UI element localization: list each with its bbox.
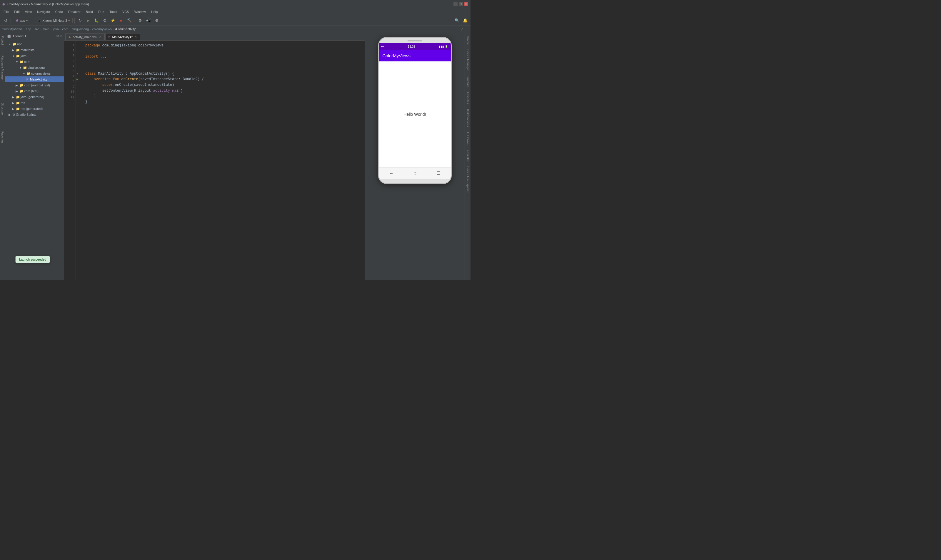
phone-home-button[interactable]: ○ — [414, 171, 417, 176]
run-config-selector[interactable]: ⬟ app ▾ — [12, 18, 31, 23]
breadcrumb-mainactivity[interactable]: ◆ MainActivity — [115, 27, 136, 31]
checkmark-icon: ✓ — [460, 26, 464, 32]
expand-icon: ▶ — [11, 102, 15, 105]
title-bar: ◆ ColorMyViews - MainActivity.kt [ColorM… — [0, 0, 470, 8]
stop-button[interactable]: ■ — [118, 17, 125, 24]
resource-manager-label[interactable]: Resource Manager — [0, 54, 5, 82]
breadcrumb-app[interactable]: app — [26, 27, 31, 31]
device-manager-label[interactable]: Device Manager — [466, 47, 470, 73]
tree-gradle-scripts[interactable]: ▶ ⚙ Gradle Scripts — [5, 112, 64, 117]
sidebar-settings[interactable]: ⚙ — [56, 34, 59, 38]
phone-icons: ▮▮▮ 🔋 — [439, 45, 449, 48]
device-file-explorer-label[interactable]: Device File Explorer — [466, 164, 470, 195]
menu-tools[interactable]: Tools — [107, 9, 119, 14]
menu-file[interactable]: File — [1, 9, 11, 14]
tree-java[interactable]: ▾ 📁 java — [5, 53, 64, 59]
coverage-button[interactable]: ⊙ — [101, 17, 108, 24]
breadcrumb-java[interactable]: java — [53, 27, 59, 31]
search-button[interactable]: 🔍 — [454, 17, 461, 24]
profile-button[interactable]: ⚡ — [110, 17, 116, 24]
build-variants-label[interactable]: Build Variants — [466, 107, 470, 129]
tab-mainactivity-kt[interactable]: K MainActivity.kt ✕ — [105, 33, 140, 40]
notifications-button[interactable]: 🔔 — [462, 17, 469, 24]
project-panel-label[interactable]: Project — [0, 34, 5, 47]
breadcrumb-src[interactable]: src — [35, 27, 39, 31]
phone-icon: 📱 — [38, 19, 41, 22]
device-selector[interactable]: 📱 Xiaomi Mi Note 3 ▾ — [35, 18, 73, 23]
menu-refactor[interactable]: Refactor — [66, 9, 83, 14]
structure-panel-label[interactable]: Structure — [466, 73, 470, 90]
window-controls[interactable]: ─ □ ✕ — [454, 2, 468, 6]
breadcrumb-com[interactable]: com — [62, 27, 68, 31]
breakpoint-icon: ● — [76, 71, 81, 77]
phone-menu-button[interactable]: ☰ — [437, 171, 441, 176]
menu-run[interactable]: Run — [96, 9, 106, 14]
tree-com-test[interactable]: ▶ 📁 com (test) — [5, 88, 64, 94]
gradle-panel-label[interactable]: Gradle — [466, 34, 470, 47]
menu-code[interactable]: Code — [53, 9, 65, 14]
tree-com[interactable]: ▾ 📁 com — [5, 59, 64, 65]
favorites-panel-label[interactable]: Favorites — [466, 89, 470, 106]
code-content[interactable]: package com.dingjiaxiong.colormyviews im… — [82, 40, 365, 280]
tree-res[interactable]: ▶ 📁 res — [5, 100, 64, 106]
tree-com-androidtest[interactable]: ▶ 📁 com (androidTest) — [5, 82, 64, 88]
tree-item-label: MainActivity — [30, 78, 47, 81]
tree-manifests[interactable]: ▶ 📁 manifests — [5, 47, 64, 53]
sidebar-title: Android — [12, 34, 23, 38]
structure-label-left[interactable]: Structure — [0, 101, 5, 117]
menu-build[interactable]: Build — [83, 9, 95, 14]
debug-button[interactable]: 🐛 — [93, 17, 100, 24]
expand-icon: ▶ — [8, 113, 12, 116]
sidebar-header: 🤖 Android ▾ ⚙ ≡ — [5, 32, 64, 40]
breadcrumb-colormyviews[interactable]: ColorMyViews — [2, 27, 22, 31]
menu-view[interactable]: View — [23, 9, 34, 14]
editor-area: ◈ activity_main.xml ✕ K MainActivity.kt … — [64, 32, 365, 280]
sidebar-collapse[interactable]: ≡ — [60, 34, 62, 38]
favorites-label-left[interactable]: Favorites — [0, 129, 5, 145]
close-button[interactable]: ✕ — [464, 2, 468, 6]
tree-app[interactable]: ▾ 📁 app — [5, 41, 64, 47]
run-gutter-icon[interactable]: ▶ — [76, 77, 81, 82]
adb-wifi-label[interactable]: ADB Wi-Fi — [466, 129, 470, 148]
build-button[interactable]: 🔨 — [126, 17, 133, 24]
expand-icon: ▾ — [15, 60, 19, 63]
tab-close-xml[interactable]: ✕ — [99, 35, 102, 38]
window-title: ColorMyViews - MainActivity.kt [ColorMyV… — [7, 2, 89, 6]
run-button[interactable]: ▶ — [85, 17, 92, 24]
menu-vcs[interactable]: VCS — [120, 9, 131, 14]
emulator-label[interactable]: Emulator — [466, 148, 470, 164]
breadcrumb-dingjiaxiong[interactable]: dingjiaxiong — [72, 27, 89, 31]
tree-mainactivity[interactable]: K MainActivity — [5, 76, 64, 82]
tree-item-label: Gradle Scripts — [16, 113, 37, 116]
avd-manager-button[interactable]: 📲 — [145, 17, 152, 24]
project-sidebar: 🤖 Android ▾ ⚙ ≡ ▾ 📁 app ▶ 📁 manifests ▾ — [5, 32, 64, 280]
tab-activity-main-xml[interactable]: ◈ activity_main.xml ✕ — [65, 33, 105, 40]
toolbar-sep-1 — [11, 18, 11, 23]
breadcrumb-main[interactable]: main — [42, 27, 49, 31]
phone-back-button[interactable]: ← — [389, 171, 394, 176]
sync-button[interactable]: ↻ — [76, 17, 83, 24]
tree-dingjiaxiong[interactable]: ▾ 📁 dingjiaxiong — [5, 65, 64, 71]
sdk-manager-button[interactable]: ⚙ — [137, 17, 144, 24]
left-panel-strip: Project Resource Manager Structure Favor… — [0, 32, 5, 280]
tree-res-generated[interactable]: ▶ 📁 res (generated) — [5, 106, 64, 112]
tab-label: MainActivity.kt — [112, 35, 132, 39]
maximize-button[interactable]: □ — [459, 2, 463, 6]
menu-window[interactable]: Window — [132, 9, 148, 14]
tree-java-generated[interactable]: ▶ 📁 java (generated) — [5, 94, 64, 100]
menu-navigate[interactable]: Navigate — [35, 9, 52, 14]
tree-item-label: com (androidTest) — [24, 83, 50, 87]
tree-item-label: com — [24, 60, 30, 63]
preview-panel: ••• 12:32 ▮▮▮ 🔋 ColorMyViews Hello World… — [365, 32, 464, 280]
tab-close-kt[interactable]: ✕ — [134, 35, 137, 38]
breadcrumb-colormyviews-pkg[interactable]: colormyviews — [93, 27, 112, 31]
settings-button[interactable]: ⚙ — [153, 17, 160, 24]
kotlin-icon: K — [25, 78, 29, 81]
tree-colormyviews[interactable]: ▾ 📁 colormyviews — [5, 71, 64, 76]
tab-label: activity_main.xml — [73, 35, 97, 39]
menu-help[interactable]: Help — [149, 9, 160, 14]
folder-icon: 📁 — [19, 83, 23, 87]
minimize-button[interactable]: ─ — [454, 2, 458, 6]
back-button[interactable]: ◁ — [2, 17, 9, 24]
menu-edit[interactable]: Edit — [12, 9, 22, 14]
